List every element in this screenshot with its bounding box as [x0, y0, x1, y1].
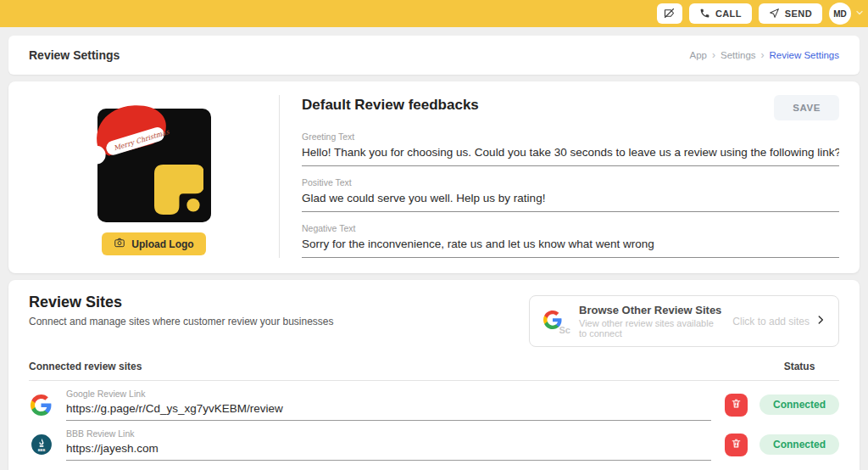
table-row-bbb: BBB BBB Review Link Connected [29, 421, 839, 461]
save-button[interactable]: SAVE [774, 95, 839, 120]
table-row-test-site: test test site Review Link Connected [29, 461, 839, 470]
positive-label: Positive Text [302, 177, 839, 187]
tag-off-icon [663, 7, 676, 21]
greeting-input[interactable] [302, 142, 839, 166]
send-icon [769, 8, 780, 20]
feedback-form: Default Review feedbacks SAVE Greeting T… [280, 95, 839, 258]
greeting-field: Greeting Text [302, 131, 839, 166]
upload-logo-button[interactable]: Upload Logo [102, 232, 205, 255]
bbb-link-label: BBB Review Link [66, 428, 711, 439]
browse-other-sites-card[interactable]: Sc Browse Other Review Sites View other … [529, 295, 839, 347]
negative-label: Negative Text [302, 223, 839, 233]
positive-input[interactable] [302, 187, 839, 212]
negative-input[interactable] [302, 233, 839, 258]
browse-sites-title: Browse Other Review Sites [579, 304, 722, 316]
trash-icon [731, 438, 742, 451]
trash-icon [731, 398, 742, 411]
chevron-right-icon [815, 314, 826, 328]
avatar[interactable]: MD [829, 3, 851, 25]
connected-sites-header-row: Connected review sites Status [29, 361, 839, 381]
review-sites-logo-stack: Sc [543, 310, 569, 333]
breadcrumb: App › Settings › Review Settings [690, 49, 840, 61]
logo-p-mark-icon [154, 161, 204, 218]
review-sites-heading: Review Sites Connect and manage sites wh… [29, 294, 334, 327]
page-title: Review Settings [29, 48, 120, 62]
chevron-down-icon[interactable] [854, 6, 865, 21]
status-badge: Connected [760, 434, 839, 455]
table-row-google: Google Review Link Connected [29, 381, 839, 421]
browse-sites-subtitle: View other review sites available to con… [579, 318, 722, 339]
click-to-add-sites-label: Click to add sites [732, 316, 810, 327]
secondary-site-logo-icon: Sc [559, 325, 570, 335]
default-feedbacks-card: Merry Christmas Upload Logo Default Revi… [8, 81, 860, 273]
business-logo: Merry Christmas [97, 109, 211, 222]
google-link-input[interactable] [66, 399, 711, 415]
breadcrumb-settings[interactable]: Settings [721, 50, 756, 60]
upload-logo-label: Upload Logo [131, 238, 193, 250]
bbb-link-input[interactable] [66, 439, 711, 455]
review-sites-card: Review Sites Connect and manage sites wh… [8, 280, 860, 470]
status-column-header: Status [760, 361, 839, 372]
greeting-label: Greeting Text [302, 131, 839, 142]
call-button-label: CALL [715, 8, 742, 19]
svg-text:BBB: BBB [38, 448, 46, 452]
topbar: CALL SEND MD [0, 0, 868, 27]
positive-field: Positive Text [302, 177, 839, 212]
avatar-initials: MD [833, 9, 847, 19]
camera-icon [114, 237, 125, 251]
call-button[interactable]: CALL [689, 3, 752, 24]
breadcrumb-separator: › [761, 49, 765, 61]
send-button-label: SEND [785, 8, 812, 19]
phone-icon [699, 8, 710, 20]
logo-column: Merry Christmas Upload Logo [29, 95, 280, 258]
review-sites-title: Review Sites [29, 294, 334, 311]
google-link-label: Google Review Link [66, 389, 711, 399]
status-badge: Connected [760, 394, 839, 415]
negative-field: Negative Text [302, 223, 839, 258]
breadcrumb-app[interactable]: App [690, 50, 707, 60]
connected-sites-header: Connected review sites [29, 361, 142, 372]
breadcrumb-review-settings: Review Settings [770, 50, 839, 60]
page-header: Review Settings App › Settings › Review … [8, 36, 860, 75]
send-button[interactable]: SEND [759, 3, 822, 24]
santa-hat-icon: Merry Christmas [86, 98, 186, 168]
bbb-icon: BBB [31, 434, 53, 456]
delete-bbb-button[interactable] [725, 434, 748, 456]
google-icon [31, 394, 52, 416]
delete-google-button[interactable] [725, 394, 748, 417]
breadcrumb-separator: › [712, 49, 715, 61]
review-sites-subtitle: Connect and manage sites where customer … [29, 316, 334, 327]
click-to-add-sites[interactable]: Click to add sites [732, 314, 826, 328]
feedback-card-title: Default Review feedbacks [302, 95, 479, 114]
tag-off-button[interactable] [657, 3, 682, 24]
